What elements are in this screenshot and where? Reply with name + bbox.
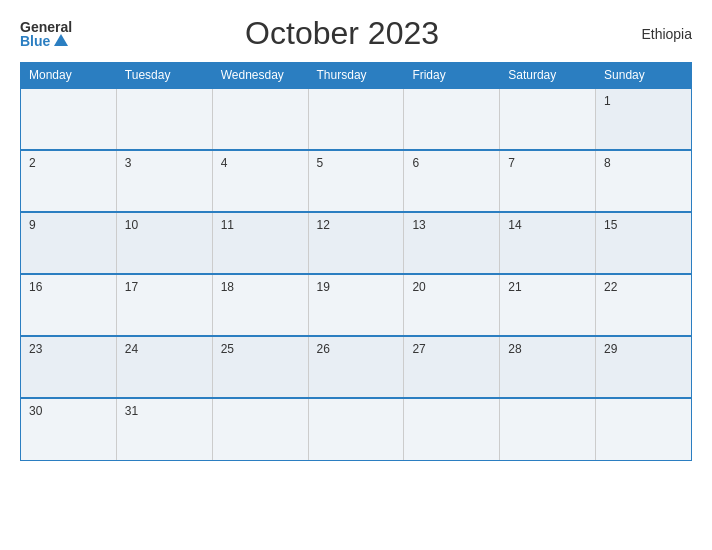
country-label: Ethiopia (612, 26, 692, 42)
day-number: 15 (604, 218, 617, 232)
day-number: 25 (221, 342, 234, 356)
day-number: 26 (317, 342, 330, 356)
calendar-cell: 1 (596, 88, 692, 150)
day-number: 12 (317, 218, 330, 232)
logo-general-text: General (20, 20, 72, 34)
day-number: 1 (604, 94, 611, 108)
calendar-week-5: 23242526272829 (21, 336, 692, 398)
calendar-cell: 22 (596, 274, 692, 336)
calendar-cell: 5 (308, 150, 404, 212)
day-header-saturday: Saturday (500, 63, 596, 89)
day-number: 17 (125, 280, 138, 294)
day-number: 11 (221, 218, 234, 232)
day-number: 2 (29, 156, 36, 170)
calendar-week-3: 9101112131415 (21, 212, 692, 274)
calendar-header: MondayTuesdayWednesdayThursdayFridaySatu… (21, 63, 692, 89)
day-number: 8 (604, 156, 611, 170)
logo-triangle-icon (54, 34, 68, 46)
day-number: 28 (508, 342, 521, 356)
header: General Blue October 2023 Ethiopia (20, 15, 692, 52)
day-header-friday: Friday (404, 63, 500, 89)
calendar-cell: 29 (596, 336, 692, 398)
logo: General Blue (20, 20, 72, 48)
calendar-cell: 17 (116, 274, 212, 336)
calendar-cell (404, 88, 500, 150)
day-number: 10 (125, 218, 138, 232)
calendar-week-2: 2345678 (21, 150, 692, 212)
day-number: 31 (125, 404, 138, 418)
day-headers-row: MondayTuesdayWednesdayThursdayFridaySatu… (21, 63, 692, 89)
calendar-cell: 23 (21, 336, 117, 398)
calendar-cell: 8 (596, 150, 692, 212)
calendar-cell: 25 (212, 336, 308, 398)
day-number: 30 (29, 404, 42, 418)
calendar-cell: 2 (21, 150, 117, 212)
day-header-monday: Monday (21, 63, 117, 89)
calendar-cell: 27 (404, 336, 500, 398)
day-number: 19 (317, 280, 330, 294)
calendar-cell: 12 (308, 212, 404, 274)
day-number: 6 (412, 156, 419, 170)
day-number: 22 (604, 280, 617, 294)
calendar-cell: 16 (21, 274, 117, 336)
day-number: 3 (125, 156, 132, 170)
calendar-cell: 20 (404, 274, 500, 336)
calendar-cell (596, 398, 692, 460)
calendar-week-6: 3031 (21, 398, 692, 460)
day-header-wednesday: Wednesday (212, 63, 308, 89)
calendar-week-4: 16171819202122 (21, 274, 692, 336)
logo-blue-text: Blue (20, 34, 50, 48)
calendar-cell (308, 398, 404, 460)
calendar-cell: 31 (116, 398, 212, 460)
day-number: 7 (508, 156, 515, 170)
day-number: 5 (317, 156, 324, 170)
day-number: 21 (508, 280, 521, 294)
calendar-cell: 15 (596, 212, 692, 274)
calendar-table: MondayTuesdayWednesdayThursdayFridaySatu… (20, 62, 692, 461)
calendar-cell: 18 (212, 274, 308, 336)
day-number: 23 (29, 342, 42, 356)
day-number: 20 (412, 280, 425, 294)
calendar-page: General Blue October 2023 Ethiopia Monda… (0, 0, 712, 550)
calendar-title: October 2023 (72, 15, 612, 52)
calendar-cell: 9 (21, 212, 117, 274)
calendar-cell: 4 (212, 150, 308, 212)
calendar-cell: 6 (404, 150, 500, 212)
day-number: 14 (508, 218, 521, 232)
calendar-cell (308, 88, 404, 150)
calendar-week-1: 1 (21, 88, 692, 150)
calendar-cell: 14 (500, 212, 596, 274)
calendar-cell: 26 (308, 336, 404, 398)
calendar-cell (116, 88, 212, 150)
calendar-cell: 13 (404, 212, 500, 274)
calendar-cell (212, 398, 308, 460)
calendar-cell: 10 (116, 212, 212, 274)
day-number: 18 (221, 280, 234, 294)
day-number: 27 (412, 342, 425, 356)
day-header-tuesday: Tuesday (116, 63, 212, 89)
day-header-sunday: Sunday (596, 63, 692, 89)
calendar-cell: 3 (116, 150, 212, 212)
day-number: 4 (221, 156, 228, 170)
calendar-cell (500, 398, 596, 460)
calendar-cell: 21 (500, 274, 596, 336)
calendar-cell (404, 398, 500, 460)
calendar-cell: 28 (500, 336, 596, 398)
calendar-cell: 24 (116, 336, 212, 398)
day-number: 9 (29, 218, 36, 232)
day-number: 29 (604, 342, 617, 356)
calendar-cell: 19 (308, 274, 404, 336)
day-number: 16 (29, 280, 42, 294)
day-number: 13 (412, 218, 425, 232)
day-header-thursday: Thursday (308, 63, 404, 89)
calendar-cell (212, 88, 308, 150)
calendar-body: 1234567891011121314151617181920212223242… (21, 88, 692, 460)
calendar-cell (21, 88, 117, 150)
logo-blue-row: Blue (20, 34, 68, 48)
day-number: 24 (125, 342, 138, 356)
calendar-cell (500, 88, 596, 150)
calendar-cell: 7 (500, 150, 596, 212)
calendar-cell: 11 (212, 212, 308, 274)
calendar-cell: 30 (21, 398, 117, 460)
